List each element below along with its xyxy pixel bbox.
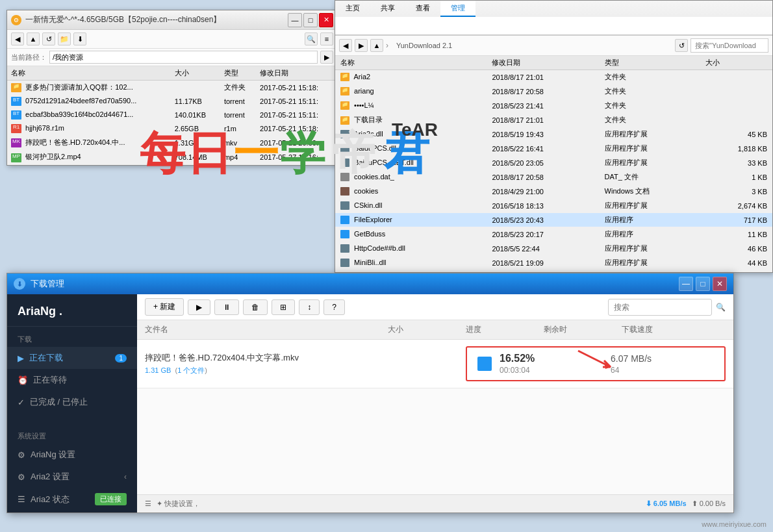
dm-titlebar: ⬇ 下载管理 — □ ✕ <box>7 273 733 294</box>
sidebar-item-completed[interactable]: ✓ 已完成 / 已停止 <box>7 391 137 413</box>
up-button[interactable]: ▲ <box>27 32 40 45</box>
folder-button[interactable]: 📁 <box>58 32 71 45</box>
list-item[interactable]: GetBduss 2018/5/23 20:17 应用程序 11 KB <box>335 227 772 242</box>
th-filename: 文件名 <box>145 324 388 335</box>
table-row[interactable]: BT 0752d1291a24bdeef87ed70a590... 11.17K… <box>7 95 337 108</box>
explorer-search-input[interactable] <box>691 38 768 53</box>
table-row[interactable]: MK 摔跤吧！爸爸.HD.720x404.中... 1.31GB mkv 201… <box>7 136 337 150</box>
col-date[interactable]: 修改日期 <box>256 66 337 81</box>
close-button[interactable]: ✕ <box>319 13 333 27</box>
explorer-col-name[interactable]: 名称 <box>335 56 487 70</box>
back-button[interactable]: ◀ <box>11 32 24 45</box>
maximize-button[interactable]: □ <box>303 13 318 27</box>
list-item[interactable]: 📁 ••••L¼ 2018/5/23 21:41 文件夹 <box>335 99 772 113</box>
aria2-status-label: Aria2 状态 <box>31 494 70 505</box>
explorer-name-cell: BaiduPCS_NET.dll <box>335 156 487 170</box>
col-size[interactable]: 大小 <box>171 66 220 81</box>
refresh-button[interactable]: ↺ <box>42 32 55 45</box>
footer-upload-speed: ⬆ 0.00 B/s <box>692 500 726 508</box>
pause-button[interactable]: ⏸ <box>214 299 239 315</box>
list-item[interactable]: BaiduPCS.dll 2018/5/22 16:41 应用程序扩展 1,81… <box>335 142 772 156</box>
grid-button[interactable]: ⊞ <box>272 299 295 315</box>
dm-close-button[interactable]: ✕ <box>713 277 727 291</box>
explorer-date-cell: 2018/5/19 19:43 <box>487 127 599 142</box>
table-row[interactable]: MP 银河护卫队2.mp4 708.14MB mp4 2017-05-27 17… <box>7 150 337 164</box>
empty-space <box>137 388 733 494</box>
sidebar-item-aria2-settings[interactable]: ⚙ Aria2 设置 ‹ <box>7 466 137 488</box>
explorer-size-cell: 1 KB <box>700 170 772 184</box>
sidebar-item-downloading[interactable]: ▶ 正在下载 1 <box>7 347 137 369</box>
explorer-name-cell: BaiduPCS.dll <box>335 142 487 156</box>
quick-settings[interactable]: ✦ 快捷设置， <box>157 499 200 509</box>
download-button[interactable]: ⬇ <box>73 32 86 45</box>
settings-button[interactable]: ≡ <box>320 32 333 45</box>
title-icon: ⊙ <box>11 15 21 25</box>
play-button[interactable]: ▶ <box>188 299 210 315</box>
ribbon-tab-共享[interactable]: 共享 <box>370 1 405 17</box>
file-type-cell: torrent <box>220 108 256 122</box>
search-button[interactable]: 🔍 <box>305 32 318 45</box>
new-download-button[interactable]: + 新建 <box>145 298 184 316</box>
explorer-forward-button[interactable]: ▶ <box>355 39 368 52</box>
list-item[interactable]: CSkin.dll 2016/5/18 18:13 应用程序扩展 2,674 K… <box>335 199 772 213</box>
completed-label: 已完成 / 已停止 <box>30 396 88 408</box>
dm-system-section: 系统设置 ⚙ AriaNg 设置 ⚙ Aria2 设置 ‹ ☰ Aria2 状态… <box>7 424 137 513</box>
expand-icon: ‹ <box>124 472 127 481</box>
explorer-up-button[interactable]: ▲ <box>370 39 383 52</box>
explorer-name-cell: 📁 Aria2 <box>335 70 487 84</box>
list-item[interactable]: BaiduPCS_NET.dll 2018/5/20 23:05 应用程序扩展 … <box>335 156 772 170</box>
ribbon-tab-管理[interactable]: 管理 <box>440 1 475 17</box>
list-item[interactable]: cookies 2018/4/29 21:00 Windows 文档 3 KB <box>335 184 772 199</box>
list-item[interactable]: FileExplorer 2018/5/23 20:43 应用程序 717 KB <box>335 213 772 227</box>
explorer-size-cell: 2,674 KB <box>700 199 772 213</box>
ribbon-tab-查看[interactable]: 查看 <box>405 1 440 17</box>
refresh-explorer-button[interactable]: ↺ <box>675 39 688 52</box>
list-item[interactable]: 📁 下载目录 2018/8/17 21:01 文件夹 <box>335 113 772 127</box>
table-row[interactable]: BT ecbaf3bba939c16f4bc02d44671... 140.01… <box>7 108 337 122</box>
sidebar-item-waiting[interactable]: ⏰ 正在等待 <box>7 369 137 391</box>
sidebar-item-ariang-settings[interactable]: ⚙ AriaNg 设置 <box>7 444 137 466</box>
list-item[interactable]: 📁 Aria2 2018/8/17 21:01 文件夹 <box>335 70 772 84</box>
dm-title-icon: ⬇ <box>14 278 25 290</box>
file-name: 摔跤吧！爸爸.HD.720x404.中文字幕.mkv <box>145 352 388 364</box>
explorer-type-cell: 应用程序扩展 <box>600 242 700 256</box>
list-item[interactable]: Aria2c.dll 2018/5/19 19:43 应用程序扩展 45 KB <box>335 127 772 142</box>
ribbon-tab-主页[interactable]: 主页 <box>335 1 370 17</box>
waiting-label: 正在等待 <box>33 374 67 386</box>
explorer-content: 名称 修改日期 类型 大小 📁 Aria2 2018/8/17 21:01 文件… <box>335 56 772 277</box>
dm-maximize-button[interactable]: □ <box>696 277 710 291</box>
list-item[interactable]: 📁 ariang 2018/8/17 20:58 文件夹 <box>335 84 772 99</box>
list-item[interactable]: cookies.dat_ 2018/8/17 20:58 DAT_ 文件 1 K… <box>335 170 772 184</box>
aria2-settings-label: Aria2 设置 <box>31 471 70 483</box>
delete-button[interactable]: 🗑 <box>243 299 268 315</box>
help-button[interactable]: ? <box>323 299 345 315</box>
sidebar-item-aria2-status[interactable]: ☰ Aria2 状态 已连接 <box>7 488 137 511</box>
explorer-header-row: 名称 修改日期 类型 大小 <box>335 56 772 70</box>
dm-title: 下载管理 <box>31 278 679 290</box>
explorer-date-cell: 2016/5/18 18:13 <box>487 199 599 213</box>
file-count-link[interactable]: 1 个文件 <box>177 366 205 374</box>
dm-minimize-button[interactable]: — <box>679 277 693 291</box>
table-row[interactable]: R1 hjjhj678.r1m 2.65GB r1m 2017-05-21 15… <box>7 122 337 136</box>
list-item[interactable]: MiniBli..dll 2018/5/21 19:09 应用程序扩展 44 K… <box>335 256 772 270</box>
file-manager-title: 一新情无爱^-^*-4.65GB/5GB【52pojie.cn----china… <box>25 14 288 25</box>
table-row[interactable]: 📁 更多热门资源请加入QQ群：102... 文件夹 2017-05-21 15:… <box>7 81 337 95</box>
file-date-cell: 2017-05-21 20:30: <box>256 136 337 150</box>
file-name-cell: 📁 更多热门资源请加入QQ群：102... <box>7 81 171 95</box>
dm-search-input[interactable] <box>608 299 712 316</box>
col-name[interactable]: 名称 <box>7 66 171 81</box>
col-type[interactable]: 类型 <box>220 66 256 81</box>
breadcrumb: YunDownload 2.1 <box>391 39 457 52</box>
list-item[interactable]: HttpCode##b.dll 2018/5/5 22:44 应用程序扩展 46… <box>335 242 772 256</box>
progress-square <box>477 357 492 371</box>
minimize-button[interactable]: — <box>288 13 302 27</box>
sort-button[interactable]: ↕ <box>299 299 320 315</box>
go-button[interactable]: ▶ <box>320 51 333 64</box>
path-input[interactable] <box>49 51 318 64</box>
explorer-back-button[interactable]: ◀ <box>339 39 352 52</box>
explorer-col-type[interactable]: 类型 <box>600 56 700 70</box>
explorer-col-date[interactable]: 修改日期 <box>487 56 599 70</box>
explorer-name-cell: 📁 ariang <box>335 84 487 99</box>
explorer-col-size[interactable]: 大小 <box>700 56 772 70</box>
explorer-size-cell <box>700 99 772 113</box>
